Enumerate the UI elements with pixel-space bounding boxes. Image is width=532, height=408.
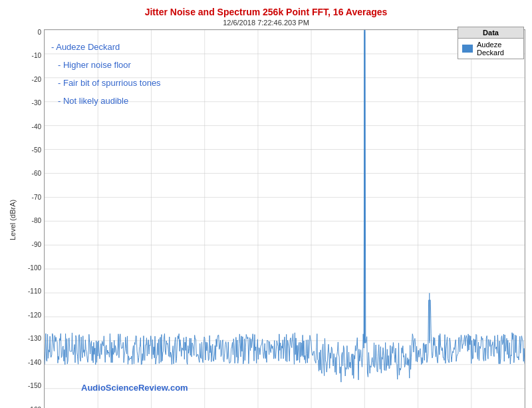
plot-and-x: 0-10-20-30-40-50-60-70-80-90-100-110-120… — [19, 29, 525, 397]
annotation-1: - Higher noise floor — [58, 60, 131, 70]
plot-wrapper: 0-10-20-30-40-50-60-70-80-90-100-110-120… — [19, 29, 525, 408]
y-tick: -50 — [32, 147, 41, 154]
chart-container: Jitter Noise and Spectrum 256k Point FFT… — [0, 0, 532, 408]
chart-area: Level (dBrA) 0-10-20-30-40-50-60-70-80-9… — [7, 29, 525, 397]
y-tick: -80 — [32, 218, 41, 224]
y-tick: -120 — [28, 312, 41, 319]
annotation-3: - Not likely audible — [58, 96, 128, 106]
y-axis-label: Level (dBrA) — [7, 29, 19, 397]
chart-title: Jitter Noise and Spectrum 256k Point FFT… — [7, 7, 525, 17]
y-tick: -130 — [28, 335, 41, 342]
y-ticks: 0-10-20-30-40-50-60-70-80-90-100-110-120… — [19, 29, 44, 408]
y-tick: -100 — [28, 265, 41, 272]
y-tick: -60 — [32, 170, 41, 177]
watermark: AudioScienceReview.com — [81, 383, 188, 393]
annotation-0: - Audeze Deckard — [51, 42, 120, 52]
y-tick: 0 — [37, 29, 41, 36]
annotation-2: - Fair bit of spurrious tones — [58, 78, 161, 88]
y-tick: -90 — [32, 242, 41, 248]
legend-item-label: Audeze Deckard — [477, 41, 519, 57]
y-tick: -110 — [28, 288, 41, 295]
legend-header: Data — [458, 27, 523, 39]
y-tick: -10 — [32, 53, 41, 59]
chart-subtitle: 12/6/2018 7:22:46.203 PM — [7, 19, 525, 27]
y-tick: -140 — [28, 359, 41, 366]
legend-box: Data Audeze Deckard — [458, 27, 524, 59]
y-tick: -30 — [32, 100, 41, 106]
legend-item: Audeze Deckard — [458, 39, 523, 59]
y-tick: -20 — [32, 77, 41, 83]
y-tick: -150 — [28, 383, 41, 389]
y-tick: -70 — [32, 194, 41, 201]
plot-area: - Audeze Deckard - Higher noise floor - … — [44, 29, 525, 408]
y-tick: -40 — [32, 124, 41, 130]
legend-color-swatch — [462, 45, 473, 53]
